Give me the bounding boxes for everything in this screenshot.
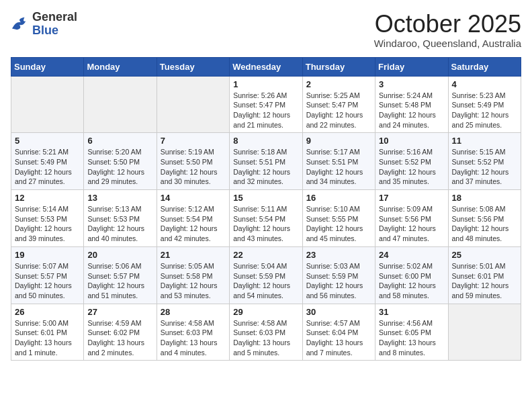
- day-info: Sunrise: 5:06 AM Sunset: 5:57 PM Dayligh…: [87, 261, 152, 301]
- calendar-week-row: 1Sunrise: 5:26 AM Sunset: 5:47 PM Daylig…: [11, 76, 521, 133]
- calendar-cell: 3Sunrise: 5:24 AM Sunset: 5:48 PM Daylig…: [375, 76, 448, 133]
- calendar-cell: 27Sunrise: 4:59 AM Sunset: 6:02 PM Dayli…: [84, 304, 157, 361]
- day-number: 11: [452, 136, 517, 146]
- day-number: 3: [379, 79, 444, 89]
- day-number: 1: [233, 79, 298, 89]
- day-info: Sunrise: 5:23 AM Sunset: 5:49 PM Dayligh…: [452, 91, 517, 130]
- calendar-week-row: 19Sunrise: 5:07 AM Sunset: 5:57 PM Dayli…: [11, 246, 521, 304]
- calendar-cell: 10Sunrise: 5:16 AM Sunset: 5:52 PM Dayli…: [375, 133, 448, 190]
- day-number: 9: [306, 136, 371, 146]
- day-number: 13: [87, 193, 152, 203]
- day-info: Sunrise: 5:10 AM Sunset: 5:55 PM Dayligh…: [306, 204, 371, 244]
- calendar-cell: [84, 76, 157, 133]
- calendar-cell: 17Sunrise: 5:09 AM Sunset: 5:56 PM Dayli…: [375, 190, 448, 247]
- day-info: Sunrise: 5:04 AM Sunset: 5:59 PM Dayligh…: [233, 261, 298, 301]
- day-info: Sunrise: 5:25 AM Sunset: 5:47 PM Dayligh…: [306, 91, 371, 130]
- calendar-table: SundayMondayTuesdayWednesdayThursdayFrid…: [11, 57, 521, 361]
- day-number: 26: [15, 307, 80, 317]
- day-number: 2: [306, 79, 371, 89]
- logo-blue: Blue: [32, 24, 58, 37]
- day-number: 25: [452, 250, 517, 260]
- day-info: Sunrise: 5:19 AM Sunset: 5:50 PM Dayligh…: [161, 147, 226, 187]
- day-number: 23: [306, 250, 371, 260]
- day-info: Sunrise: 5:13 AM Sunset: 5:53 PM Dayligh…: [87, 204, 152, 244]
- calendar-cell: 18Sunrise: 5:08 AM Sunset: 5:56 PM Dayli…: [448, 190, 521, 247]
- day-number: 24: [379, 250, 444, 260]
- calendar-cell: 22Sunrise: 5:04 AM Sunset: 5:59 PM Dayli…: [230, 246, 302, 304]
- calendar-cell: 4Sunrise: 5:23 AM Sunset: 5:49 PM Daylig…: [448, 76, 521, 133]
- day-number: 28: [161, 307, 226, 317]
- calendar-cell: 26Sunrise: 5:00 AM Sunset: 6:01 PM Dayli…: [11, 304, 84, 361]
- calendar-cell: 15Sunrise: 5:11 AM Sunset: 5:54 PM Dayli…: [230, 190, 302, 247]
- day-number: 27: [87, 307, 152, 317]
- calendar-cell: 25Sunrise: 5:01 AM Sunset: 6:01 PM Dayli…: [448, 246, 521, 304]
- day-info: Sunrise: 4:57 AM Sunset: 6:04 PM Dayligh…: [306, 318, 371, 358]
- day-info: Sunrise: 5:18 AM Sunset: 5:51 PM Dayligh…: [233, 147, 298, 187]
- day-number: 29: [233, 307, 298, 317]
- day-number: 22: [233, 250, 298, 260]
- logo-general: General: [32, 10, 77, 24]
- day-info: Sunrise: 5:24 AM Sunset: 5:48 PM Dayligh…: [379, 91, 444, 130]
- calendar-cell: 14Sunrise: 5:12 AM Sunset: 5:54 PM Dayli…: [157, 190, 229, 247]
- day-number: 6: [87, 136, 152, 146]
- calendar-cell: 11Sunrise: 5:15 AM Sunset: 5:52 PM Dayli…: [448, 133, 521, 190]
- day-number: 16: [306, 193, 371, 203]
- day-number: 30: [306, 307, 371, 317]
- day-of-week-header: Sunday: [11, 57, 84, 76]
- day-number: 31: [379, 307, 444, 317]
- day-of-week-header: Friday: [375, 57, 448, 76]
- calendar-cell: 2Sunrise: 5:25 AM Sunset: 5:47 PM Daylig…: [302, 76, 375, 133]
- calendar-cell: 5Sunrise: 5:21 AM Sunset: 5:49 PM Daylig…: [11, 133, 84, 190]
- day-info: Sunrise: 5:14 AM Sunset: 5:53 PM Dayligh…: [15, 204, 80, 244]
- day-info: Sunrise: 5:20 AM Sunset: 5:50 PM Dayligh…: [87, 147, 152, 187]
- day-info: Sunrise: 5:12 AM Sunset: 5:54 PM Dayligh…: [161, 204, 226, 244]
- day-of-week-header: Monday: [84, 57, 157, 76]
- calendar-cell: [448, 304, 521, 361]
- day-info: Sunrise: 5:00 AM Sunset: 6:01 PM Dayligh…: [15, 318, 80, 358]
- day-of-week-header: Saturday: [448, 57, 521, 76]
- calendar-cell: [157, 76, 229, 133]
- calendar-cell: 9Sunrise: 5:17 AM Sunset: 5:51 PM Daylig…: [302, 133, 375, 190]
- calendar-cell: 7Sunrise: 5:19 AM Sunset: 5:50 PM Daylig…: [157, 133, 229, 190]
- calendar-cell: 16Sunrise: 5:10 AM Sunset: 5:55 PM Dayli…: [302, 190, 375, 247]
- calendar-cell: 23Sunrise: 5:03 AM Sunset: 5:59 PM Dayli…: [302, 246, 375, 304]
- day-info: Sunrise: 5:26 AM Sunset: 5:47 PM Dayligh…: [233, 91, 298, 130]
- title-block: October 2025 Windaroo, Queensland, Austr…: [374, 11, 521, 49]
- day-of-week-header: Tuesday: [157, 57, 229, 76]
- calendar-cell: 19Sunrise: 5:07 AM Sunset: 5:57 PM Dayli…: [11, 246, 84, 304]
- calendar-cell: 30Sunrise: 4:57 AM Sunset: 6:04 PM Dayli…: [302, 304, 375, 361]
- day-info: Sunrise: 5:16 AM Sunset: 5:52 PM Dayligh…: [379, 147, 444, 187]
- calendar-cell: 12Sunrise: 5:14 AM Sunset: 5:53 PM Dayli…: [11, 190, 84, 247]
- calendar-week-row: 26Sunrise: 5:00 AM Sunset: 6:01 PM Dayli…: [11, 304, 521, 361]
- calendar-cell: 21Sunrise: 5:05 AM Sunset: 5:58 PM Dayli…: [157, 246, 229, 304]
- day-info: Sunrise: 5:17 AM Sunset: 5:51 PM Dayligh…: [306, 147, 371, 187]
- bird-icon: [11, 16, 30, 32]
- day-number: 8: [233, 136, 298, 146]
- day-info: Sunrise: 4:58 AM Sunset: 6:03 PM Dayligh…: [233, 318, 298, 358]
- day-number: 7: [161, 136, 226, 146]
- calendar-cell: 28Sunrise: 4:58 AM Sunset: 6:03 PM Dayli…: [157, 304, 229, 361]
- day-info: Sunrise: 5:02 AM Sunset: 6:00 PM Dayligh…: [379, 261, 444, 301]
- day-number: 18: [452, 193, 517, 203]
- logo-text: General Blue: [32, 11, 77, 38]
- day-of-week-header: Thursday: [302, 57, 375, 76]
- calendar-cell: 24Sunrise: 5:02 AM Sunset: 6:00 PM Dayli…: [375, 246, 448, 304]
- logo: General Blue: [11, 11, 77, 38]
- day-number: 17: [379, 193, 444, 203]
- day-info: Sunrise: 5:03 AM Sunset: 5:59 PM Dayligh…: [306, 261, 371, 301]
- day-info: Sunrise: 5:05 AM Sunset: 5:58 PM Dayligh…: [161, 261, 226, 301]
- day-number: 21: [161, 250, 226, 260]
- day-info: Sunrise: 5:07 AM Sunset: 5:57 PM Dayligh…: [15, 261, 80, 301]
- month-title: October 2025: [374, 11, 521, 38]
- day-info: Sunrise: 5:09 AM Sunset: 5:56 PM Dayligh…: [379, 204, 444, 244]
- location-subtitle: Windaroo, Queensland, Australia: [374, 38, 521, 49]
- day-info: Sunrise: 4:58 AM Sunset: 6:03 PM Dayligh…: [161, 318, 226, 358]
- calendar-cell: 1Sunrise: 5:26 AM Sunset: 5:47 PM Daylig…: [230, 76, 302, 133]
- day-of-week-header: Wednesday: [230, 57, 302, 76]
- page-header: General Blue October 2025 Windaroo, Quee…: [11, 11, 521, 49]
- calendar-cell: [11, 76, 84, 133]
- calendar-week-row: 5Sunrise: 5:21 AM Sunset: 5:49 PM Daylig…: [11, 133, 521, 190]
- calendar-cell: 31Sunrise: 4:56 AM Sunset: 6:05 PM Dayli…: [375, 304, 448, 361]
- calendar-cell: 6Sunrise: 5:20 AM Sunset: 5:50 PM Daylig…: [84, 133, 157, 190]
- calendar-cell: 8Sunrise: 5:18 AM Sunset: 5:51 PM Daylig…: [230, 133, 302, 190]
